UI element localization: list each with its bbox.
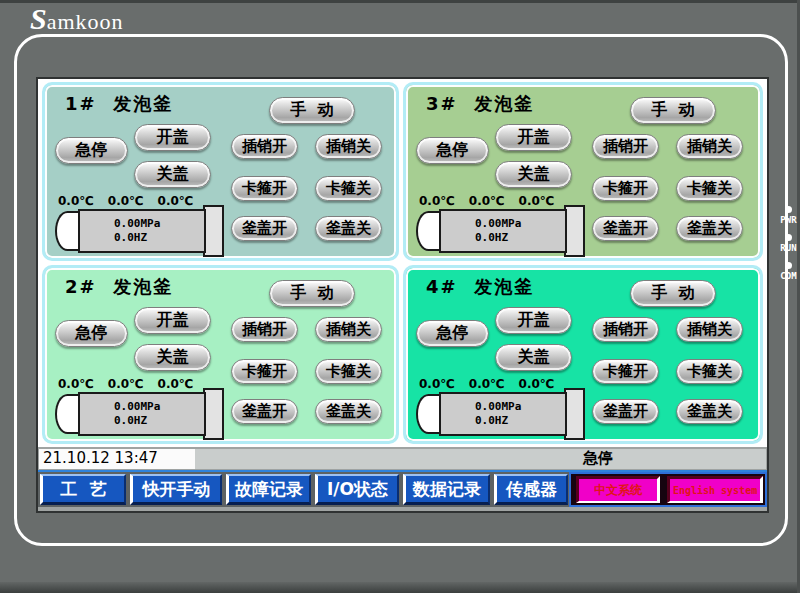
frequency-readout: 0.0HZ: [475, 231, 565, 245]
estop-button[interactable]: 急停: [416, 320, 489, 347]
kettle-panel-1: 1# 发泡釜 手 动 急停 开盖 关盖 插销开 插销关 卡箍开 卡箍关 釜盖开 …: [42, 82, 399, 261]
brand-logo-text: amkoon: [47, 9, 124, 34]
brand-logo-initial: S: [30, 2, 47, 35]
chinese-system-button[interactable]: 中文系统: [576, 476, 660, 503]
nav-quick-manual-button[interactable]: 快开手动: [130, 474, 222, 505]
pwr-indicator: PWR: [777, 206, 800, 225]
clamp-open-button[interactable]: 卡箍开: [592, 359, 659, 384]
com-indicator: COM: [777, 262, 800, 281]
nav-button-row: 工 艺 快开手动 故障记录 I/O状态 数据记录 传感器 中文系统 Englis…: [38, 470, 767, 507]
tank-body: 0.00MPa 0.0HZ: [439, 209, 567, 253]
kettle-lid-open-button[interactable]: 釜盖开: [592, 399, 659, 424]
kettle-panel-3: 3# 发泡釜 手 动 急停 开盖 关盖 插销开 插销关 卡箍开 卡箍关 釜盖开 …: [403, 82, 763, 261]
kettle-tank-graphic: 0.00MPa 0.0HZ: [416, 388, 588, 442]
run-led-icon: [785, 234, 792, 241]
pin-open-button[interactable]: 插销开: [231, 134, 298, 159]
panel-title: 2# 发泡釜: [65, 275, 173, 299]
com-label: COM: [777, 271, 800, 281]
manual-button[interactable]: 手 动: [630, 97, 716, 124]
clamp-close-button[interactable]: 卡箍关: [315, 176, 382, 201]
panel-title: 3# 发泡釜: [426, 92, 534, 116]
tank-body: 0.00MPa 0.0HZ: [78, 209, 206, 253]
close-lid-button[interactable]: 关盖: [495, 161, 572, 188]
pin-close-button[interactable]: 插销关: [676, 317, 743, 342]
pin-close-button[interactable]: 插销关: [315, 317, 382, 342]
clamp-close-button[interactable]: 卡箍关: [315, 359, 382, 384]
clamp-open-button[interactable]: 卡箍开: [231, 176, 298, 201]
clamp-open-button[interactable]: 卡箍开: [592, 176, 659, 201]
kettle-panel-2: 2# 发泡釜 手 动 急停 开盖 关盖 插销开 插销关 卡箍开 卡箍关 釜盖开 …: [42, 265, 399, 444]
open-lid-button[interactable]: 开盖: [134, 124, 211, 151]
manual-button[interactable]: 手 动: [269, 280, 355, 307]
com-led-icon: [785, 262, 792, 269]
pressure-readout: 0.00MPa: [114, 400, 204, 414]
kettle-lid-open-button[interactable]: 釜盖开: [231, 216, 298, 241]
datetime-display: 21.10.12 13:47: [39, 449, 195, 469]
frequency-readout: 0.0HZ: [475, 414, 565, 428]
run-label: RUN: [777, 243, 800, 253]
kettle-panels-grid: 1# 发泡釜 手 动 急停 开盖 关盖 插销开 插销关 卡箍开 卡箍关 釜盖开 …: [38, 79, 767, 447]
nav-fault-record-button[interactable]: 故障记录: [226, 474, 311, 505]
tank-flange: [203, 205, 224, 257]
tank-cap: [416, 211, 441, 251]
pressure-readout: 0.00MPa: [475, 217, 565, 231]
panel-title: 1# 发泡釜: [65, 92, 173, 116]
manual-button[interactable]: 手 动: [269, 97, 355, 124]
frequency-readout: 0.0HZ: [114, 231, 204, 245]
nav-process-button[interactable]: 工 艺: [40, 474, 126, 505]
kettle-lid-open-button[interactable]: 釜盖开: [231, 399, 298, 424]
estop-button[interactable]: 急停: [416, 137, 489, 164]
language-switch-group: 中文系统 English system: [569, 472, 767, 507]
alarm-message: 急停: [195, 449, 766, 469]
english-system-button[interactable]: English system: [667, 476, 763, 503]
pin-open-button[interactable]: 插销开: [592, 317, 659, 342]
manual-button[interactable]: 手 动: [630, 280, 716, 307]
tank-flange: [564, 388, 585, 440]
tank-flange: [203, 388, 224, 440]
estop-button[interactable]: 急停: [55, 320, 128, 347]
clamp-open-button[interactable]: 卡箍开: [231, 359, 298, 384]
estop-button[interactable]: 急停: [55, 137, 128, 164]
panel-title: 4# 发泡釜: [426, 275, 534, 299]
kettle-lid-close-button[interactable]: 釜盖关: [315, 216, 382, 241]
nav-sensor-button[interactable]: 传感器: [494, 474, 568, 505]
pin-close-button[interactable]: 插销关: [315, 134, 382, 159]
pin-open-button[interactable]: 插销开: [592, 134, 659, 159]
pwr-label: PWR: [777, 215, 800, 225]
status-led-indicators: PWR RUN COM: [777, 206, 800, 290]
pressure-readout: 0.00MPa: [475, 400, 565, 414]
tank-body: 0.00MPa 0.0HZ: [78, 392, 206, 436]
pwr-led-icon: [785, 206, 792, 213]
close-lid-button[interactable]: 关盖: [134, 161, 211, 188]
tank-flange: [564, 205, 585, 257]
kettle-lid-close-button[interactable]: 釜盖关: [676, 216, 743, 241]
tank-body: 0.00MPa 0.0HZ: [439, 392, 567, 436]
kettle-tank-graphic: 0.00MPa 0.0HZ: [55, 205, 227, 259]
bezel-bottom-edge: [0, 582, 800, 593]
clamp-close-button[interactable]: 卡箍关: [676, 359, 743, 384]
tank-cap: [55, 394, 80, 434]
hmi-screen: 1# 发泡釜 手 动 急停 开盖 关盖 插销开 插销关 卡箍开 卡箍关 釜盖开 …: [36, 77, 769, 513]
frequency-readout: 0.0HZ: [114, 414, 204, 428]
kettle-lid-close-button[interactable]: 釜盖关: [315, 399, 382, 424]
kettle-tank-graphic: 0.00MPa 0.0HZ: [55, 388, 227, 442]
pin-close-button[interactable]: 插销关: [676, 134, 743, 159]
clamp-close-button[interactable]: 卡箍关: [676, 176, 743, 201]
kettle-panel-4: 4# 发泡釜 手 动 急停 开盖 关盖 插销开 插销关 卡箍开 卡箍关 釜盖开 …: [403, 265, 763, 444]
pin-open-button[interactable]: 插销开: [231, 317, 298, 342]
pressure-readout: 0.00MPa: [114, 217, 204, 231]
open-lid-button[interactable]: 开盖: [134, 307, 211, 334]
close-lid-button[interactable]: 关盖: [134, 344, 211, 371]
open-lid-button[interactable]: 开盖: [495, 307, 572, 334]
kettle-lid-close-button[interactable]: 釜盖关: [676, 399, 743, 424]
tank-cap: [416, 394, 441, 434]
open-lid-button[interactable]: 开盖: [495, 124, 572, 151]
brand-logo: Samkoon: [30, 2, 124, 36]
close-lid-button[interactable]: 关盖: [495, 344, 572, 371]
kettle-tank-graphic: 0.00MPa 0.0HZ: [416, 205, 588, 259]
kettle-lid-open-button[interactable]: 釜盖开: [592, 216, 659, 241]
nav-io-status-button[interactable]: I/O状态: [315, 474, 399, 505]
run-indicator: RUN: [777, 234, 800, 253]
nav-data-record-button[interactable]: 数据记录: [403, 474, 490, 505]
status-bar: 21.10.12 13:47 急停: [39, 449, 766, 469]
